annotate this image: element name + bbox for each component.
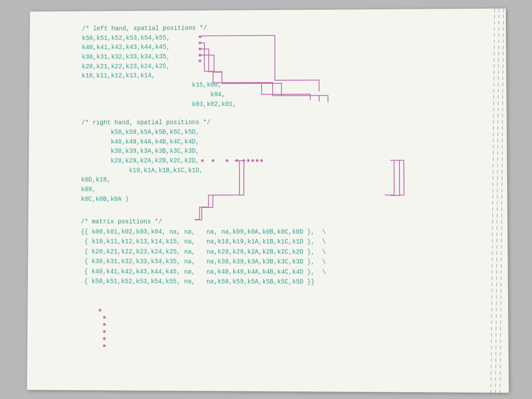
svg-line-0: [488, 8, 497, 393]
svg-point-17: [103, 337, 106, 340]
matrix-row-5: { k50,k51,k52,k53,k54,k55, na, na,k58,k5…: [80, 276, 472, 287]
left-hand-cont-1: k04,: [82, 89, 471, 100]
right-hand-row-3: k28,k29,k2A,k2B,k2C,k2D,: [81, 156, 471, 166]
svg-point-15: [103, 323, 106, 326]
svg-point-16: [103, 330, 106, 333]
right-hand-comment: /* right hand, spatial positions */: [82, 117, 471, 128]
svg-point-14: [103, 316, 106, 319]
matrix-comment: /* matrix positions */: [81, 217, 471, 227]
matrix-row-3: { k30,k31,k32,k33,k34,k35, na, na,k38,k3…: [81, 257, 472, 267]
left-hand-section: /* left hand, spatial positions */ k50,k…: [82, 22, 471, 110]
svg-line-2: [497, 8, 507, 393]
right-hand-row-4: k19,k1A,k1B,k1C,k1D,: [81, 165, 471, 176]
matrix-row-2: { k20,k21,k22,k23,k24,k25, na, na,k28,k2…: [81, 246, 472, 257]
right-hand-row-1: k48,k49,k4A,k4B,k4C,k4D,: [81, 137, 471, 147]
right-hand-cont-0: k0D,k18,: [81, 175, 471, 185]
page: /* left hand, spatial positions */ k50,k…: [27, 8, 509, 393]
right-hand-row-2: k38,k39,k3A,k3B,k3C,k3D,: [81, 146, 471, 156]
svg-point-18: [103, 344, 106, 347]
right-hand-section: /* right hand, spatial positions */ k58,…: [81, 117, 472, 204]
margin-lines: [470, 8, 509, 393]
matrix-row-0: {{ k00,k01,k02,k03,k04, na, na, na, na,k…: [81, 227, 471, 237]
right-hand-row-0: k58,k59,k5A,k5B,k5C,k5D,: [81, 127, 471, 137]
right-hand-cont-1: k09,: [81, 185, 471, 195]
matrix-section: /* matrix positions */ {{ k00,k01,k02,k0…: [80, 217, 472, 287]
matrix-row-4: { k40,k41,k42,k43,k44,k45, na, na,k48,k4…: [81, 266, 472, 277]
main-content: /* left hand, spatial positions */ k50,k…: [80, 18, 472, 288]
svg-point-13: [99, 309, 102, 312]
svg-line-1: [493, 8, 502, 393]
right-hand-cont-2: k0C,k0B,k0A ): [81, 194, 472, 204]
left-hand-cont-2: k03,k02,k01,: [82, 99, 471, 110]
matrix-row-1: { k10,k11,k12,k13,k14,k15, na, na,k18,k1…: [81, 237, 472, 247]
